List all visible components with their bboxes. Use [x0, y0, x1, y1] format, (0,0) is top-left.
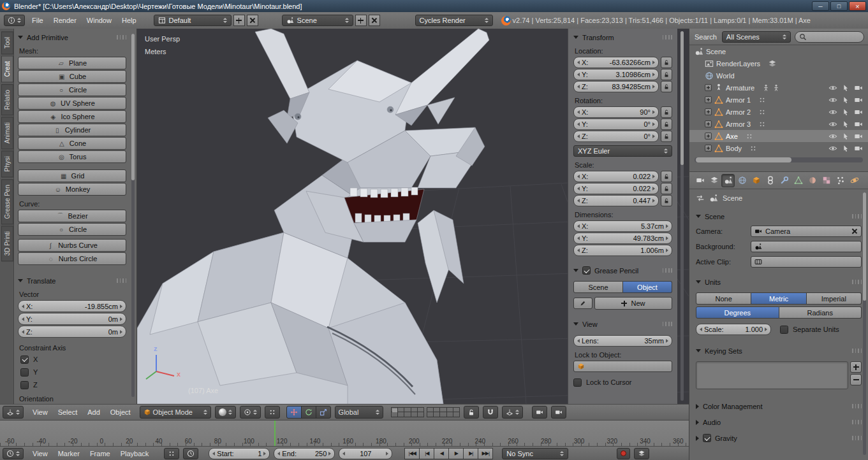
- tab-physics[interactable]: [848, 174, 861, 187]
- constraint-x-checkbox[interactable]: [20, 356, 29, 364]
- maximize-button[interactable]: □: [830, 1, 848, 11]
- transform-orientation-selector[interactable]: Global: [335, 406, 383, 419]
- render-opengl-button[interactable]: [532, 406, 547, 419]
- constraint-y-checkbox[interactable]: [20, 368, 29, 377]
- info-editor-type-button[interactable]: [4, 15, 25, 26]
- panel-translate[interactable]: Translate: [18, 275, 126, 286]
- minimize-button[interactable]: ─: [812, 1, 829, 11]
- tab-constraints[interactable]: [763, 174, 777, 187]
- lock-icon[interactable]: [661, 131, 672, 142]
- screen-layout-selector[interactable]: Default: [154, 15, 232, 26]
- add-keying-set-button[interactable]: [850, 361, 862, 373]
- outliner-search-input[interactable]: [795, 31, 864, 43]
- outliner-display-mode[interactable]: All Scenes: [722, 31, 791, 43]
- tab-render-layers[interactable]: [707, 174, 721, 187]
- manipulator-rotate-toggle[interactable]: [301, 406, 316, 419]
- location-field[interactable]: X: -63.63266cm: [573, 57, 659, 68]
- scale-field[interactable]: Z: 0.447: [573, 195, 659, 206]
- end-frame-field[interactable]: End: 250: [274, 448, 335, 459]
- outliner-horizontal-scrollbar[interactable]: [695, 157, 863, 162]
- tab-3d-printing[interactable]: 3D Printi: [1, 226, 13, 261]
- menu-item[interactable]: Window: [82, 17, 117, 24]
- start-frame-field[interactable]: Start: 1: [209, 448, 270, 459]
- panel-gravity[interactable]: Gravity: [696, 433, 862, 443]
- outliner-item-armor3[interactable]: Armor 3: [689, 118, 868, 130]
- lock-icon[interactable]: [661, 171, 672, 182]
- add-mesh-button[interactable]: ▦ Grid: [18, 169, 126, 182]
- visibility-eye-icon[interactable]: [828, 120, 837, 129]
- rotation-field[interactable]: X: 90°: [573, 106, 659, 118]
- lock-icon[interactable]: [661, 57, 672, 68]
- add-mesh-button[interactable]: △ Cone: [18, 137, 126, 150]
- outliner-item-renderlayers[interactable]: RenderLayers: [689, 57, 868, 69]
- new-layer-button[interactable]: New: [594, 297, 672, 310]
- rotation-field[interactable]: Y: 0°: [573, 119, 659, 130]
- panel-scene[interactable]: Scene: [696, 211, 862, 222]
- active-clip-selector[interactable]: [751, 256, 862, 268]
- units-degrees-button[interactable]: Degrees: [696, 306, 779, 319]
- selectable-cursor-icon[interactable]: [842, 108, 850, 116]
- timeline-menu-item[interactable]: Marker: [53, 450, 85, 457]
- shading-selector[interactable]: [215, 406, 236, 419]
- scale-field[interactable]: Y: 0.022: [573, 183, 659, 194]
- tab-create[interactable]: Creat: [1, 55, 13, 82]
- rotation-mode-selector[interactable]: XYZ Euler: [573, 145, 672, 157]
- outliner-item-armor1[interactable]: Armor 1: [689, 94, 868, 106]
- panel-view[interactable]: View: [573, 319, 672, 329]
- add-mesh-button[interactable]: ▯ Cylinder: [18, 124, 126, 136]
- lock-icon[interactable]: [661, 119, 672, 130]
- transport-button[interactable]: ▶▶|: [478, 448, 493, 459]
- add-mesh-button[interactable]: ▱ Plane: [18, 57, 126, 69]
- outliner-item-axe[interactable]: Axe: [689, 130, 868, 142]
- lock-icon[interactable]: [661, 183, 672, 194]
- dimension-field[interactable]: X: 5.37cm: [573, 220, 672, 232]
- add-curve-button[interactable]: ⌒ Bezier: [18, 210, 126, 222]
- selectable-cursor-icon[interactable]: [842, 145, 850, 152]
- visibility-eye-icon[interactable]: [828, 144, 837, 153]
- expand-icon[interactable]: [705, 84, 712, 91]
- lock-scene-toggle[interactable]: [464, 406, 479, 419]
- renderable-camera-icon[interactable]: [854, 120, 863, 129]
- tab-scene[interactable]: [721, 174, 735, 187]
- translate-vector-field[interactable]: X: -19.855cm: [18, 300, 126, 312]
- selectable-cursor-icon[interactable]: [842, 133, 850, 140]
- clear-icon[interactable]: [851, 228, 858, 234]
- visibility-eye-icon[interactable]: [828, 83, 837, 92]
- grease-scene-button[interactable]: Scene: [573, 281, 623, 293]
- sync-mode-selector[interactable]: No Sync: [502, 448, 568, 459]
- draw-pencil-icon[interactable]: [573, 298, 592, 309]
- layers-grid[interactable]: [391, 407, 424, 417]
- menu-item[interactable]: Render: [48, 17, 82, 24]
- snap-element-selector[interactable]: [502, 406, 523, 419]
- timeline-menu-item[interactable]: Frame: [85, 450, 115, 457]
- lens-field[interactable]: Lens: 35mm: [573, 335, 672, 347]
- translate-vector-field[interactable]: Z: 0m: [18, 326, 126, 338]
- add-layout-button[interactable]: [233, 15, 245, 26]
- dimension-field[interactable]: Z: 1.006m: [573, 245, 672, 256]
- viewport-menu-item[interactable]: Select: [53, 408, 83, 416]
- add-curve-button[interactable]: ∫ Nurbs Curve: [18, 239, 126, 252]
- transport-button[interactable]: ▶: [448, 448, 464, 459]
- add-mesh-button[interactable]: ○ Circle: [18, 83, 126, 96]
- record-button[interactable]: [617, 448, 630, 459]
- outliner-item-body[interactable]: Body: [689, 142, 868, 154]
- tab-object-data[interactable]: [791, 174, 805, 187]
- expand-icon[interactable]: [705, 108, 712, 115]
- add-mesh-button[interactable]: ◎ Torus: [18, 150, 126, 163]
- rotation-field[interactable]: Z: 0°: [573, 131, 659, 142]
- panel-grease-pencil[interactable]: Grease Pencil: [573, 265, 672, 276]
- units-metric-button[interactable]: Metric: [751, 292, 806, 305]
- panel-add-primitive[interactable]: Add Primitive: [18, 32, 126, 43]
- scale-field[interactable]: X: 0.022: [573, 171, 659, 182]
- panel-grip[interactable]: [852, 404, 862, 408]
- panel-grip[interactable]: [852, 436, 862, 440]
- tab-modifiers[interactable]: [777, 174, 791, 187]
- viewport-menu-item[interactable]: Object: [105, 408, 136, 416]
- tab-render[interactable]: [693, 174, 707, 187]
- gravity-checkbox[interactable]: [703, 434, 711, 442]
- transport-button[interactable]: |◀: [419, 448, 434, 459]
- menu-item[interactable]: Help: [117, 17, 142, 24]
- current-frame-line[interactable]: [274, 420, 276, 446]
- visibility-eye-icon[interactable]: [828, 132, 837, 141]
- tab-object[interactable]: [749, 174, 763, 187]
